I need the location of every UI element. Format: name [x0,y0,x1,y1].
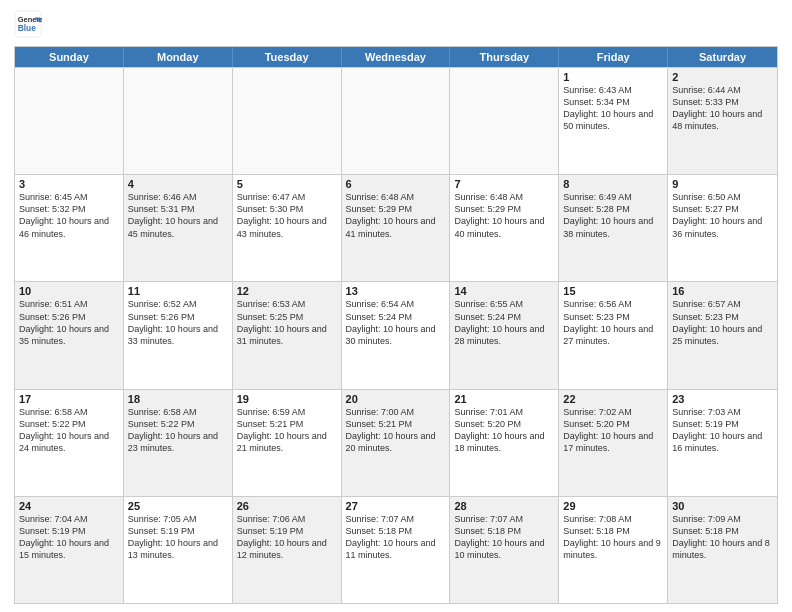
calendar-cell: 1Sunrise: 6:43 AM Sunset: 5:34 PM Daylig… [559,68,668,174]
day-info: Sunrise: 7:06 AM Sunset: 5:19 PM Dayligh… [237,513,337,562]
day-number: 25 [128,500,228,512]
day-info: Sunrise: 6:55 AM Sunset: 5:24 PM Dayligh… [454,298,554,347]
calendar-cell [342,68,451,174]
day-info: Sunrise: 6:43 AM Sunset: 5:34 PM Dayligh… [563,84,663,133]
calendar-cell: 11Sunrise: 6:52 AM Sunset: 5:26 PM Dayli… [124,282,233,388]
day-number: 20 [346,393,446,405]
day-info: Sunrise: 6:58 AM Sunset: 5:22 PM Dayligh… [19,406,119,455]
day-number: 30 [672,500,773,512]
weekday-header: Wednesday [342,47,451,67]
calendar-row: 10Sunrise: 6:51 AM Sunset: 5:26 PM Dayli… [15,281,777,388]
svg-text:Blue: Blue [18,23,36,33]
calendar-cell: 27Sunrise: 7:07 AM Sunset: 5:18 PM Dayli… [342,497,451,603]
calendar-cell: 2Sunrise: 6:44 AM Sunset: 5:33 PM Daylig… [668,68,777,174]
day-info: Sunrise: 7:04 AM Sunset: 5:19 PM Dayligh… [19,513,119,562]
day-number: 9 [672,178,773,190]
day-number: 3 [19,178,119,190]
day-info: Sunrise: 6:57 AM Sunset: 5:23 PM Dayligh… [672,298,773,347]
day-info: Sunrise: 7:07 AM Sunset: 5:18 PM Dayligh… [346,513,446,562]
day-info: Sunrise: 6:46 AM Sunset: 5:31 PM Dayligh… [128,191,228,240]
day-number: 12 [237,285,337,297]
day-info: Sunrise: 6:48 AM Sunset: 5:29 PM Dayligh… [454,191,554,240]
calendar-cell: 25Sunrise: 7:05 AM Sunset: 5:19 PM Dayli… [124,497,233,603]
calendar-cell: 24Sunrise: 7:04 AM Sunset: 5:19 PM Dayli… [15,497,124,603]
day-info: Sunrise: 6:58 AM Sunset: 5:22 PM Dayligh… [128,406,228,455]
day-number: 6 [346,178,446,190]
day-info: Sunrise: 7:00 AM Sunset: 5:21 PM Dayligh… [346,406,446,455]
day-info: Sunrise: 6:56 AM Sunset: 5:23 PM Dayligh… [563,298,663,347]
calendar-cell: 21Sunrise: 7:01 AM Sunset: 5:20 PM Dayli… [450,390,559,496]
weekday-header: Sunday [15,47,124,67]
day-number: 17 [19,393,119,405]
weekday-header: Tuesday [233,47,342,67]
day-info: Sunrise: 6:59 AM Sunset: 5:21 PM Dayligh… [237,406,337,455]
day-info: Sunrise: 7:07 AM Sunset: 5:18 PM Dayligh… [454,513,554,562]
calendar-row: 3Sunrise: 6:45 AM Sunset: 5:32 PM Daylig… [15,174,777,281]
day-number: 19 [237,393,337,405]
day-number: 11 [128,285,228,297]
day-info: Sunrise: 6:44 AM Sunset: 5:33 PM Dayligh… [672,84,773,133]
page: General Blue SundayMondayTuesdayWednesda… [0,0,792,612]
calendar-cell: 17Sunrise: 6:58 AM Sunset: 5:22 PM Dayli… [15,390,124,496]
header: General Blue [14,10,778,38]
day-info: Sunrise: 6:51 AM Sunset: 5:26 PM Dayligh… [19,298,119,347]
calendar-cell: 12Sunrise: 6:53 AM Sunset: 5:25 PM Dayli… [233,282,342,388]
day-info: Sunrise: 6:47 AM Sunset: 5:30 PM Dayligh… [237,191,337,240]
weekday-header: Friday [559,47,668,67]
day-info: Sunrise: 6:54 AM Sunset: 5:24 PM Dayligh… [346,298,446,347]
day-number: 24 [19,500,119,512]
day-number: 15 [563,285,663,297]
calendar-cell: 5Sunrise: 6:47 AM Sunset: 5:30 PM Daylig… [233,175,342,281]
calendar-cell: 6Sunrise: 6:48 AM Sunset: 5:29 PM Daylig… [342,175,451,281]
calendar-header: SundayMondayTuesdayWednesdayThursdayFrid… [15,47,777,67]
day-number: 7 [454,178,554,190]
weekday-header: Saturday [668,47,777,67]
day-number: 1 [563,71,663,83]
day-number: 29 [563,500,663,512]
calendar-cell: 22Sunrise: 7:02 AM Sunset: 5:20 PM Dayli… [559,390,668,496]
day-number: 18 [128,393,228,405]
day-info: Sunrise: 6:53 AM Sunset: 5:25 PM Dayligh… [237,298,337,347]
day-number: 4 [128,178,228,190]
day-number: 5 [237,178,337,190]
calendar-cell: 10Sunrise: 6:51 AM Sunset: 5:26 PM Dayli… [15,282,124,388]
calendar-cell: 7Sunrise: 6:48 AM Sunset: 5:29 PM Daylig… [450,175,559,281]
calendar-body: 1Sunrise: 6:43 AM Sunset: 5:34 PM Daylig… [15,67,777,603]
day-info: Sunrise: 7:05 AM Sunset: 5:19 PM Dayligh… [128,513,228,562]
calendar-cell: 28Sunrise: 7:07 AM Sunset: 5:18 PM Dayli… [450,497,559,603]
calendar-cell: 8Sunrise: 6:49 AM Sunset: 5:28 PM Daylig… [559,175,668,281]
day-number: 10 [19,285,119,297]
calendar-cell: 19Sunrise: 6:59 AM Sunset: 5:21 PM Dayli… [233,390,342,496]
calendar-cell: 4Sunrise: 6:46 AM Sunset: 5:31 PM Daylig… [124,175,233,281]
day-info: Sunrise: 7:02 AM Sunset: 5:20 PM Dayligh… [563,406,663,455]
day-number: 26 [237,500,337,512]
calendar-row: 24Sunrise: 7:04 AM Sunset: 5:19 PM Dayli… [15,496,777,603]
calendar-cell: 29Sunrise: 7:08 AM Sunset: 5:18 PM Dayli… [559,497,668,603]
calendar-cell: 30Sunrise: 7:09 AM Sunset: 5:18 PM Dayli… [668,497,777,603]
day-number: 27 [346,500,446,512]
day-info: Sunrise: 7:01 AM Sunset: 5:20 PM Dayligh… [454,406,554,455]
day-number: 16 [672,285,773,297]
calendar-cell: 3Sunrise: 6:45 AM Sunset: 5:32 PM Daylig… [15,175,124,281]
calendar-cell: 9Sunrise: 6:50 AM Sunset: 5:27 PM Daylig… [668,175,777,281]
day-info: Sunrise: 6:49 AM Sunset: 5:28 PM Dayligh… [563,191,663,240]
day-info: Sunrise: 6:52 AM Sunset: 5:26 PM Dayligh… [128,298,228,347]
calendar-cell [450,68,559,174]
day-number: 21 [454,393,554,405]
calendar-row: 1Sunrise: 6:43 AM Sunset: 5:34 PM Daylig… [15,67,777,174]
calendar-row: 17Sunrise: 6:58 AM Sunset: 5:22 PM Dayli… [15,389,777,496]
day-info: Sunrise: 6:50 AM Sunset: 5:27 PM Dayligh… [672,191,773,240]
day-info: Sunrise: 7:08 AM Sunset: 5:18 PM Dayligh… [563,513,663,562]
day-info: Sunrise: 6:48 AM Sunset: 5:29 PM Dayligh… [346,191,446,240]
calendar-cell [15,68,124,174]
day-number: 14 [454,285,554,297]
calendar-cell: 26Sunrise: 7:06 AM Sunset: 5:19 PM Dayli… [233,497,342,603]
logo: General Blue [14,10,44,38]
calendar-cell: 18Sunrise: 6:58 AM Sunset: 5:22 PM Dayli… [124,390,233,496]
logo-icon: General Blue [14,10,42,38]
day-number: 13 [346,285,446,297]
calendar-cell: 20Sunrise: 7:00 AM Sunset: 5:21 PM Dayli… [342,390,451,496]
calendar-cell [124,68,233,174]
calendar-cell: 15Sunrise: 6:56 AM Sunset: 5:23 PM Dayli… [559,282,668,388]
day-number: 2 [672,71,773,83]
